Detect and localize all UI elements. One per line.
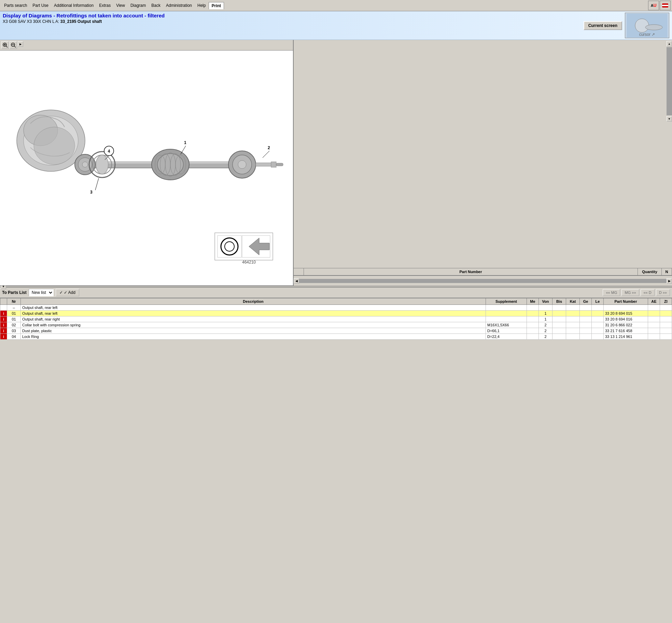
menu-view[interactable]: View <box>113 2 128 9</box>
row-le-5 <box>592 334 604 340</box>
row-me-3 <box>527 322 539 328</box>
th-part-number: Part Number <box>604 298 648 305</box>
page-title: Display of Diagrams - Retrofittings not … <box>3 13 165 18</box>
info-panel-top: ▲ ▼ <box>294 40 672 268</box>
row-icon-4: i <box>0 328 7 334</box>
th-kat: Kat <box>566 298 580 305</box>
row-part-number-2: 33 20 8 694 016 <box>604 316 648 322</box>
row-bis-5 <box>552 334 566 340</box>
row-nr-1: 01 <box>7 311 21 316</box>
th-nr: Nr <box>7 298 21 305</box>
row-desc-3: Collar bolt with compression spring <box>21 322 486 328</box>
row-von-2: 1 <box>539 316 552 322</box>
row-part-number-5: 33 13 1 214 961 <box>604 334 648 340</box>
title-area: Display of Diagrams - Retrofittings not … <box>0 11 672 40</box>
right-panel-scroll-left[interactable]: ◀ <box>294 278 299 284</box>
nav-d-prev-button[interactable]: «« D <box>641 289 655 296</box>
row-kat-3 <box>566 322 580 328</box>
menu-extras[interactable]: Extras <box>96 2 113 9</box>
svg-line-7 <box>6 46 8 47</box>
nav-mg-prev-button[interactable]: «« MG <box>603 289 620 296</box>
subtitle-prefix: X3 G08 SAV X3 30iX CHN L A: <box>3 19 60 24</box>
row-part-number-4: 33 21 7 616 458 <box>604 328 648 334</box>
row-ae-0 <box>648 305 660 311</box>
menu-additional-info[interactable]: Additional Information <box>51 2 96 9</box>
table-row: i 01 Output shaft, rear right 1 33 20 8 … <box>0 316 672 322</box>
row-zi-5 <box>660 334 672 340</box>
nav-mg-next-button[interactable]: MG »» <box>621 289 639 296</box>
row-zi-0 <box>660 305 672 311</box>
th-description: Description <box>21 298 486 305</box>
row-nr-5: 04 <box>7 334 21 340</box>
row-supplement-2 <box>486 316 527 322</box>
row-kat-2 <box>566 316 580 322</box>
row-nr-3: 02 <box>7 322 21 328</box>
row-ge-2 <box>580 316 592 322</box>
row-le-3 <box>592 322 604 328</box>
row-le-4 <box>592 328 604 334</box>
menu-print[interactable]: Print <box>209 2 224 9</box>
row-part-number-0 <box>604 305 648 311</box>
right-info-panel: ▲ ▼ Part Number Quantity N ◀ ▶ <box>294 40 672 286</box>
row-von-0 <box>539 305 552 311</box>
add-checkmark-icon: ✓ <box>59 290 63 295</box>
row-bis-3 <box>552 322 566 328</box>
row-kat-0 <box>566 305 580 311</box>
row-supplement-1 <box>486 311 527 316</box>
row-von-1: 1 <box>539 311 552 316</box>
row-ae-5 <box>648 334 660 340</box>
zoom-in-button[interactable] <box>1 41 9 49</box>
icon-btn-2[interactable] <box>660 1 671 10</box>
menu-back[interactable]: Back <box>149 2 163 9</box>
th-icon <box>0 298 7 305</box>
main-content: ▶ <box>0 40 672 286</box>
diagram-scrollbar[interactable]: ◀ ▶ <box>0 285 293 286</box>
row-part-number-1: 33 20 8 694 015 <box>604 311 648 316</box>
scrollbar-track[interactable] <box>5 286 288 286</box>
scroll-right-top[interactable]: ▶ <box>18 41 23 47</box>
th-bis: Bis <box>552 298 566 305</box>
scroll-up-arrow[interactable]: ▲ <box>667 41 672 46</box>
menu-diagram[interactable]: Diagram <box>128 2 149 9</box>
menu-parts-search[interactable]: Parts search <box>1 2 30 9</box>
right-panel-table-header: Part Number Quantity N <box>294 268 672 275</box>
scroll-left-arrow[interactable]: ◀ <box>0 286 5 286</box>
current-screen-button[interactable]: Current screen <box>584 21 622 30</box>
menu-bar: Parts search Part Use Additional Informa… <box>0 0 672 11</box>
subtitle-bold: 33_2195 Output shaft <box>60 19 102 24</box>
scroll-down-arrow[interactable]: ▼ <box>667 116 672 122</box>
right-scroll-area: ◀ ▶ <box>294 275 672 286</box>
row-me-4 <box>527 328 539 334</box>
svg-point-51 <box>225 242 234 251</box>
row-ge-3 <box>580 322 592 328</box>
svg-rect-43 <box>256 163 273 166</box>
row-le-2 <box>592 316 604 322</box>
svg-point-22 <box>82 162 88 167</box>
right-panel-scroll-right[interactable]: ▶ <box>667 278 672 284</box>
row-desc-1: Output shaft, rear left <box>21 311 486 316</box>
table-row: – Output shaft, rear left <box>0 305 672 311</box>
row-supplement-3: M16X1,5X66 <box>486 322 527 328</box>
svg-point-4 <box>645 25 662 30</box>
th-me: Me <box>527 298 539 305</box>
parts-list-select[interactable]: New list <box>29 289 54 296</box>
svg-rect-44 <box>271 162 276 167</box>
row-ge-1 <box>580 311 592 316</box>
zoom-controls: ▶ <box>0 40 293 51</box>
icon-btn-1[interactable]: AU <box>648 1 659 10</box>
row-bis-1 <box>552 311 566 316</box>
row-le-0 <box>592 305 604 311</box>
nav-d-next-button[interactable]: D »» <box>656 289 670 296</box>
zoom-out-button[interactable] <box>10 41 17 49</box>
th-ge: Ge <box>580 298 592 305</box>
menu-part-use[interactable]: Part Use <box>30 2 51 9</box>
row-bis-2 <box>552 316 566 322</box>
menu-help[interactable]: Help <box>195 2 209 9</box>
svg-point-16 <box>34 127 75 165</box>
col-quantity: Quantity <box>638 268 662 275</box>
menu-administration[interactable]: Administration <box>163 2 195 9</box>
add-button[interactable]: ✓ ✓ Add <box>56 289 79 296</box>
scroll-right-arrow[interactable]: ▶ <box>288 286 293 286</box>
row-bis-4 <box>552 328 566 334</box>
th-von: Von <box>539 298 552 305</box>
